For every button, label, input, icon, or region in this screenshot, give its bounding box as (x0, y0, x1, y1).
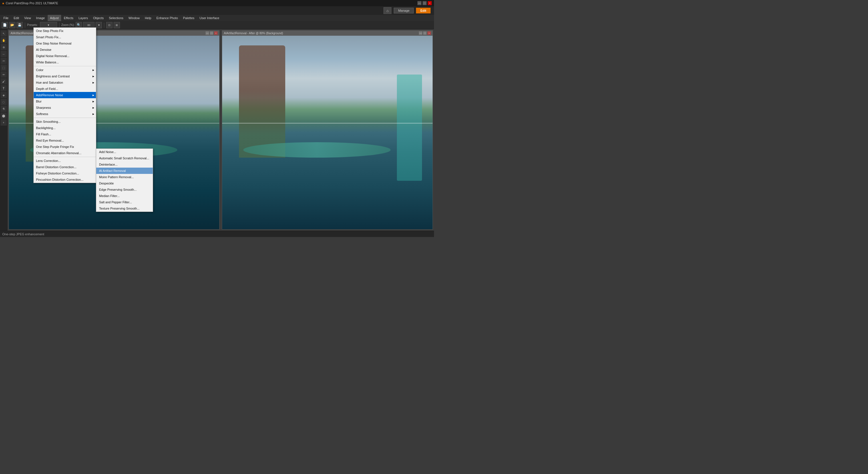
crop-tool[interactable]: ✂ (1, 58, 7, 64)
menu-bar: File Edit View Image Adjust Effects Laye… (0, 15, 434, 21)
clone-tool[interactable]: ◌ (1, 99, 7, 105)
adjust-backlighting[interactable]: Backlighting... (34, 125, 96, 131)
menu-selections[interactable]: Selections (106, 15, 126, 21)
left-panel-controls[interactable]: — □ × (206, 31, 218, 35)
home-button[interactable]: ⌂ (383, 7, 392, 14)
noise-submenu: Add Noise... Automatic Small Scratch Rem… (96, 149, 153, 212)
status-bar: One-step JPEG enhancement (0, 231, 434, 237)
left-panel-min[interactable]: — (206, 31, 209, 35)
noise-median-filter[interactable]: Median Filter... (96, 193, 153, 199)
deform-tool[interactable]: ↔ (1, 51, 7, 57)
text-tool[interactable]: T (1, 85, 7, 91)
open-button[interactable]: 📂 (9, 22, 16, 28)
menu-image[interactable]: Image (34, 15, 47, 21)
menu-window[interactable]: Window (126, 15, 142, 21)
right-panel-max[interactable]: □ (423, 31, 427, 35)
menu-enhance[interactable]: Enhance Photo (154, 15, 180, 21)
noise-add-noise[interactable]: Add Noise... (96, 149, 153, 155)
adjust-purple-fringe[interactable]: One Step Purple Fringe Fix (34, 144, 96, 150)
adjust-one-step-photo-fix[interactable]: One Step Photo Fix (34, 28, 96, 34)
zoom-out-button[interactable]: ▼ (96, 22, 102, 28)
adjust-white-balance[interactable]: White Balance... (34, 59, 96, 65)
presets-label: Presets: (27, 24, 38, 27)
menu-help[interactable]: Help (143, 15, 154, 21)
adjust-barrel-distortion[interactable]: Barrel Distortion Correction... (34, 164, 96, 170)
adjust-color[interactable]: Color (34, 67, 96, 73)
adjust-hue-saturation[interactable]: Hue and Saturation (34, 80, 96, 86)
adjust-sharpness[interactable]: Sharpness (34, 104, 96, 111)
manage-button[interactable]: Manage (394, 8, 414, 13)
noise-texture-smooth[interactable]: Texture Preserving Smooth... (96, 205, 153, 212)
adjust-red-eye[interactable]: Red Eye Removal... (34, 137, 96, 144)
noise-deinterlace[interactable]: Deinterlace... (96, 161, 153, 168)
noise-salt-pepper[interactable]: Salt and Pepper Filter... (96, 199, 153, 205)
left-panel-max[interactable]: □ (210, 31, 213, 35)
menu-adjust[interactable]: Adjust (48, 15, 61, 21)
adjust-menu-dropdown: One Step Photo Fix Smart Photo Fix... On… (33, 27, 96, 183)
retouch-tool[interactable]: ⚗ (1, 106, 7, 112)
menu-palettes[interactable]: Palettes (181, 15, 197, 21)
new-button[interactable]: 📄 (2, 22, 8, 28)
right-panel-close[interactable]: × (428, 31, 431, 35)
right-panel-controls[interactable]: — □ × (419, 31, 431, 35)
right-image-content (222, 36, 433, 229)
menu-edit[interactable]: Edit (11, 15, 22, 21)
adjust-one-step-noise[interactable]: One Step Noise Removal (34, 40, 96, 46)
maximize-button[interactable]: □ (423, 1, 427, 5)
adjust-depth-of-field[interactable]: Depth of Field... (34, 86, 96, 92)
adjust-brightness-contrast[interactable]: Brightness and Contrast (34, 73, 96, 80)
save-button[interactable]: 💾 (17, 22, 23, 28)
left-panel-close[interactable]: × (214, 31, 218, 35)
noise-auto-scratch[interactable]: Automatic Small Scratch Removal... (96, 155, 153, 161)
zoom-tool[interactable]: ⊕ (1, 44, 7, 50)
sep-2 (34, 118, 96, 118)
actual-size-button[interactable]: ⊞ (114, 22, 120, 28)
tools-panel: ↖ ✋ ⊕ ↔ ✂ ⬚ ✏ 🖌 T ◈ ◌ ⚗ ⬤ + (0, 29, 7, 231)
right-panel-min[interactable]: — (419, 31, 422, 35)
menu-ui[interactable]: User Interface (197, 15, 222, 21)
toolbar-separator-1 (25, 23, 25, 28)
adjust-blur[interactable]: Blur (34, 98, 96, 104)
title-bar-controls[interactable]: — □ × (417, 1, 432, 5)
noise-ai-artifact[interactable]: AI Artifact Removal (96, 168, 153, 174)
adjust-fisheye[interactable]: Fisheye Distortion Correction... (34, 170, 96, 177)
menu-layers[interactable]: Layers (76, 15, 90, 21)
app-title: Corel PaintShop Pro 2021 ULTIMATE (6, 1, 58, 5)
right-image-panel: AlArtifactRemoval - After @ 80% (Backgro… (222, 30, 433, 229)
minimize-button[interactable]: — (417, 1, 422, 5)
edit-button[interactable]: Edit (416, 8, 431, 13)
menu-view[interactable]: View (22, 15, 33, 21)
menu-file[interactable]: File (1, 15, 11, 21)
noise-moire[interactable]: Moire Pattern Removal... (96, 174, 153, 180)
freehand-tool[interactable]: ✏ (1, 71, 7, 78)
noise-despeckle[interactable]: Despeckle (96, 180, 153, 186)
color-tool[interactable]: ⬤ (1, 113, 7, 119)
top-bar: ⌂ Manage Edit (0, 6, 434, 15)
adjust-skin-smoothing[interactable]: Skin Smoothing... (34, 119, 96, 125)
menu-effects[interactable]: Effects (62, 15, 76, 21)
title-bar: ■ Corel PaintShop Pro 2021 ULTIMATE — □ … (0, 0, 434, 6)
adjust-pincushion[interactable]: Pincushion Distortion Correction... (34, 177, 96, 183)
selection-tool[interactable]: ⬚ (1, 65, 7, 71)
close-button[interactable]: × (428, 1, 432, 5)
add-tool[interactable]: + (1, 119, 7, 126)
pan-tool[interactable]: ✋ (1, 37, 7, 43)
fit-window-button[interactable]: ⊡ (106, 22, 113, 28)
paint-tool[interactable]: 🖌 (1, 78, 7, 85)
adjust-ai-denoise[interactable]: AI Denoise (34, 46, 96, 53)
noise-edge-smooth[interactable]: Edge Preserving Smooth... (96, 186, 153, 193)
adjust-digital-noise[interactable]: Digital Noise Removal... (34, 53, 96, 59)
adjust-add-remove-noise[interactable]: Add/Remove Noise Add Noise... Automatic … (34, 92, 96, 98)
toolbar-separator-2 (59, 23, 59, 28)
arrow-tool[interactable]: ↖ (1, 30, 7, 36)
adjust-smart-photo-fix[interactable]: Smart Photo Fix... (34, 34, 96, 40)
adjust-chromatic[interactable]: Chromatic Aberration Removal... (34, 150, 96, 156)
right-panel-title-bar: AlArtifactRemoval - After @ 80% (Backgro… (222, 31, 433, 36)
right-panel-title: AlArtifactRemoval - After @ 80% (Backgro… (224, 32, 283, 35)
sep-1 (34, 66, 96, 66)
adjust-fill-flash[interactable]: Fill Flash... (34, 131, 96, 137)
adjust-softness[interactable]: Softness (34, 111, 96, 117)
adjust-lens-correction[interactable]: Lens Correction... (34, 158, 96, 164)
menu-objects[interactable]: Objects (91, 15, 106, 21)
fill-tool[interactable]: ◈ (1, 92, 7, 98)
